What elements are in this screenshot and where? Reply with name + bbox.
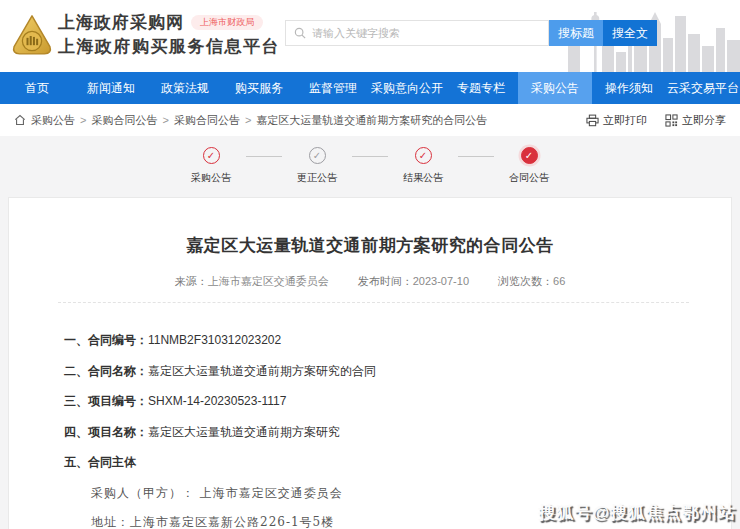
subject-line: 采购人（甲方）： 上海市嘉定区交通委员会 <box>91 485 731 502</box>
field-label: 四、项目名称： <box>64 425 148 439</box>
print-button[interactable]: 立即打印 <box>586 113 647 128</box>
site-header: 上海政府采购网上海市财政局 上海政府购买服务信息平台 搜标题 搜全文 <box>0 0 740 72</box>
step-合同公告[interactable]: ✓合同公告 <box>498 147 560 185</box>
meta-views: 浏览次数：66 <box>498 275 565 287</box>
step-connector <box>246 156 282 157</box>
nav-item-首页[interactable]: 首页 <box>0 72 74 104</box>
breadcrumb-item[interactable]: 采购合同公告 <box>174 113 240 128</box>
search-title-button[interactable]: 搜标题 <box>549 20 603 46</box>
breadcrumb-trail: 采购公告>采购合同公告>采购合同公告>嘉定区大运量轨道交通前期方案研究的合同公告 <box>31 113 487 128</box>
field-label: 三、项目编号： <box>64 394 148 408</box>
nav-item-新闻通知[interactable]: 新闻通知 <box>74 72 148 104</box>
check-icon: ✓ <box>415 147 432 164</box>
announcement-card: 嘉定区大运量轨道交通前期方案研究的合同公告 来源：上海市嘉定区交通委员会 发布时… <box>8 197 732 529</box>
article-meta: 来源：上海市嘉定区交通委员会 发布时间：2023-07-10 浏览次数：66 <box>9 274 731 289</box>
steps: ✓采购公告✓更正公告✓结果公告✓合同公告 <box>180 147 560 197</box>
contract-field: 四、项目名称：嘉定区大运量轨道交通前期方案研究 <box>64 424 731 441</box>
field-value: 嘉定区大运量轨道交通前期方案研究 <box>148 425 340 439</box>
meta-publish-time: 发布时间：2023-07-10 <box>358 275 469 287</box>
nav-item-专题专栏[interactable]: 专题专栏 <box>444 72 518 104</box>
field-value: SHXM-14-20230523-1117 <box>148 394 286 408</box>
qrcode-icon <box>665 114 678 127</box>
nav-item-政策法规[interactable]: 政策法规 <box>148 72 222 104</box>
step-label: 结果公告 <box>392 171 454 185</box>
printer-icon <box>586 114 599 127</box>
step-label: 更正公告 <box>286 171 348 185</box>
sohu-watermark: 搜狐号@搜狐焦点鄂州站 <box>538 501 736 524</box>
step-connector <box>458 156 494 157</box>
step-label: 采购公告 <box>180 171 242 185</box>
nav-item-采购公告[interactable]: 采购公告 <box>518 72 592 104</box>
field-label: 一、合同编号： <box>64 333 148 347</box>
step-connector <box>352 156 388 157</box>
progress-steps-area: ✓采购公告✓更正公告✓结果公告✓合同公告 <box>0 136 740 197</box>
nav-item-操作须知[interactable]: 操作须知 <box>592 72 666 104</box>
breadcrumb-item[interactable]: 采购合同公告 <box>91 113 157 128</box>
contract-field: 五、合同主体 <box>64 454 731 471</box>
step-采购公告[interactable]: ✓采购公告 <box>180 147 242 185</box>
page-tools: 立即打印 立即分享 <box>586 113 726 128</box>
breadcrumb-separator: > <box>162 114 168 126</box>
check-icon: ✓ <box>521 147 538 164</box>
step-label: 合同公告 <box>498 171 560 185</box>
page-title: 嘉定区大运量轨道交通前期方案研究的合同公告 <box>9 234 731 257</box>
check-icon: ✓ <box>203 147 220 164</box>
site-logo-icon <box>10 13 54 59</box>
home-icon[interactable] <box>14 114 26 126</box>
site-title-block: 上海政府采购网上海市财政局 上海政府购买服务信息平台 <box>58 11 280 59</box>
contract-fields: 一、合同编号：11NMB2F310312023202二、合同名称：嘉定区大运量轨… <box>64 332 731 471</box>
field-value: 11NMB2F310312023202 <box>148 333 281 347</box>
step-更正公告[interactable]: ✓更正公告 <box>286 147 348 185</box>
field-value: 嘉定区大运量轨道交通前期方案研究的合同 <box>148 364 376 378</box>
main-nav: 首页新闻通知政策法规购买服务监督管理采购意向公开专题专栏采购公告操作须知云采交易… <box>0 72 740 104</box>
breadcrumb-item: 嘉定区大运量轨道交通前期方案研究的合同公告 <box>256 113 487 128</box>
search-icon <box>294 27 306 39</box>
step-结果公告[interactable]: ✓结果公告 <box>392 147 454 185</box>
contract-field: 三、项目编号：SHXM-14-20230523-1117 <box>64 393 731 410</box>
field-label: 五、合同主体 <box>64 455 136 469</box>
nav-item-云采交易平台[interactable]: 云采交易平台 <box>666 72 740 104</box>
nav-item-监督管理[interactable]: 监督管理 <box>296 72 370 104</box>
site-name: 上海政府采购网 <box>58 13 184 32</box>
check-icon: ✓ <box>309 147 326 164</box>
breadcrumb-separator: > <box>80 114 86 126</box>
search-input[interactable] <box>312 27 540 39</box>
nav-item-采购意向公开[interactable]: 采购意向公开 <box>370 72 444 104</box>
search-fulltext-button[interactable]: 搜全文 <box>603 20 657 46</box>
contract-field: 一、合同编号：11NMB2F310312023202 <box>64 332 731 349</box>
meta-source: 来源：上海市嘉定区交通委员会 <box>175 275 329 287</box>
site-subtitle: 上海政府购买服务信息平台 <box>58 35 280 59</box>
dashed-divider <box>58 302 689 303</box>
breadcrumb-bar: 采购公告>采购合同公告>采购合同公告>嘉定区大运量轨道交通前期方案研究的合同公告… <box>0 104 740 136</box>
search-box[interactable] <box>285 20 549 46</box>
site-badge: 上海市财政局 <box>191 15 263 30</box>
breadcrumb-item[interactable]: 采购公告 <box>31 113 75 128</box>
search-area: 搜标题 搜全文 <box>285 20 657 46</box>
breadcrumb-separator: > <box>245 114 251 126</box>
share-button[interactable]: 立即分享 <box>665 113 726 128</box>
nav-item-购买服务[interactable]: 购买服务 <box>222 72 296 104</box>
breadcrumb: 采购公告>采购合同公告>采购合同公告>嘉定区大运量轨道交通前期方案研究的合同公告 <box>14 113 487 128</box>
field-label: 二、合同名称： <box>64 364 148 378</box>
contract-field: 二、合同名称：嘉定区大运量轨道交通前期方案研究的合同 <box>64 363 731 380</box>
